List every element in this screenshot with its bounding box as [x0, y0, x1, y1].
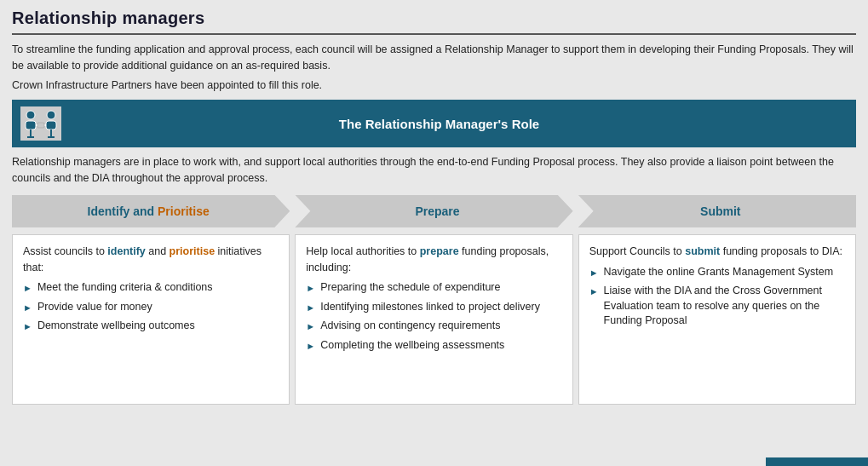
identify-and: and	[133, 204, 158, 218]
list-item: ►Identifying milestones linked to projec…	[306, 300, 561, 315]
svg-rect-5	[46, 121, 56, 129]
identify-lead: Assist councils to identify and prioriti…	[23, 244, 279, 276]
bullet-icon-6: ►	[306, 320, 315, 333]
bullet-icon-7: ►	[306, 340, 315, 353]
bullet-text: Meet the funding criteria & conditions	[37, 280, 213, 296]
svg-point-0	[26, 111, 35, 119]
list-item: ►Provide value for money	[23, 300, 279, 315]
submit-lead: Support Councils to submit funding propo…	[589, 244, 845, 260]
col-body-identify: Assist councils to identify and prioriti…	[12, 234, 290, 405]
identify-label-blue: Identify	[88, 204, 130, 218]
prepare-bullets: ►Preparing the schedule of expenditure ►…	[306, 280, 561, 353]
list-item: ►Meet the funding criteria & conditions	[23, 280, 279, 296]
bullet-text: Provide value for money	[37, 300, 152, 315]
list-item: ►Advising on contingency requirements	[306, 319, 561, 334]
col-body-submit: Support Councils to submit funding propo…	[578, 234, 856, 405]
col-header-submit: Submit	[578, 195, 856, 227]
bullet-icon-4: ►	[306, 282, 315, 295]
columns-container: Identify and Prioritise Assist councils …	[12, 195, 856, 405]
bullet-icon-5: ►	[306, 302, 315, 314]
bullet-icon-3: ►	[23, 320, 32, 333]
bullet-icon-9: ►	[589, 285, 599, 298]
column-prepare: Prepare Help local authorities to prepar…	[295, 195, 572, 405]
column-submit: Submit Support Councils to submit fundin…	[578, 195, 856, 405]
bullet-text: Liaise with the DIA and the Cross Govern…	[604, 284, 845, 329]
intro-paragraph-1: To streamline the funding application an…	[12, 42, 856, 74]
bullet-text: Demonstrate wellbeing outcomes	[37, 319, 195, 334]
col-header-prepare: Prepare	[295, 195, 572, 227]
col-body-prepare: Help local authorities to prepare fundin…	[295, 234, 572, 405]
bullet-icon-8: ►	[589, 267, 599, 279]
role-icon	[20, 106, 61, 141]
role-header-bar: The Relationship Manager's Role	[12, 100, 856, 147]
svg-rect-1	[26, 121, 36, 129]
bullet-text: Completing the wellbeing assessments	[320, 338, 504, 354]
bullet-icon-1: ►	[23, 282, 32, 295]
page-title: Relationship managers	[12, 9, 856, 28]
intro-paragraph-2: Crown Infrastructure Partners have been …	[12, 78, 856, 94]
slide-container: Relationship managers To streamline the …	[0, 0, 868, 466]
bullet-text: Advising on contingency requirements	[320, 319, 500, 334]
role-header-text: The Relationship Manager's Role	[72, 117, 848, 131]
bullet-icon-2: ►	[23, 302, 32, 314]
column-identify: Identify and Prioritise Assist councils …	[12, 195, 290, 405]
list-item: ►Demonstrate wellbeing outcomes	[23, 319, 279, 334]
bullet-text: Navigate the online Grants Management Sy…	[604, 265, 834, 280]
list-item: ►Preparing the schedule of expenditure	[306, 280, 561, 296]
submit-bullets: ►Navigate the online Grants Management S…	[589, 265, 845, 329]
bullet-text: Preparing the schedule of expenditure	[320, 280, 500, 296]
list-item: ►Completing the wellbeing assessments	[306, 338, 561, 354]
col-header-identify: Identify and Prioritise	[12, 195, 290, 227]
svg-rect-9	[37, 123, 44, 128]
prepare-label: Prepare	[415, 204, 459, 218]
list-item: ►Navigate the online Grants Management S…	[589, 265, 845, 280]
bullet-text: Identifying milestones linked to project…	[320, 300, 540, 315]
support-paragraph: Relationship managers are in place to wo…	[12, 154, 856, 187]
svg-point-4	[47, 111, 55, 119]
identify-label-orange: Prioritise	[158, 204, 210, 218]
title-section: Relationship managers	[12, 9, 856, 35]
submit-label: Submit	[700, 204, 740, 218]
list-item: ►Liaise with the DIA and the Cross Gover…	[589, 284, 845, 329]
identify-bullets: ►Meet the funding criteria & conditions …	[23, 280, 279, 334]
prepare-lead: Help local authorities to prepare fundin…	[306, 244, 561, 276]
bottom-accent-bar	[766, 457, 868, 466]
